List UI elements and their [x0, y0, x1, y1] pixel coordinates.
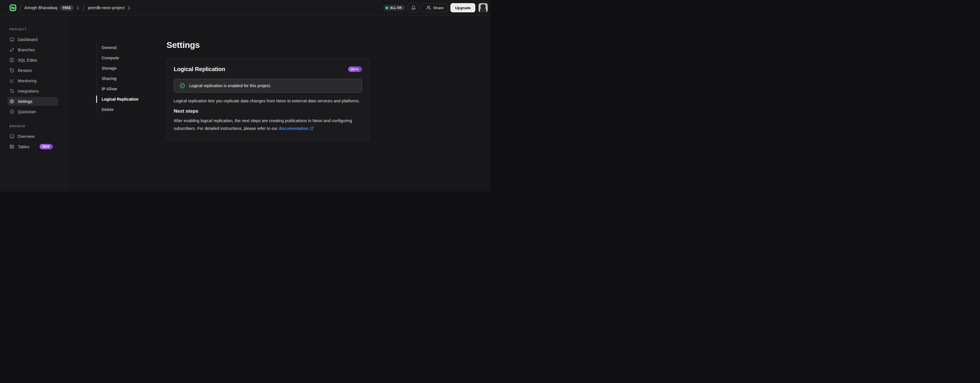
settings-nav-delete[interactable]: Delete	[97, 104, 138, 115]
sidebar-section-branch: BRANCH	[10, 124, 56, 128]
next-steps-paragraph: After enabling logical replication, the …	[173, 117, 361, 133]
project-name: peerdb-neon-project	[88, 5, 124, 10]
settings-nav-compute[interactable]: Compute	[97, 53, 138, 63]
sidebar-item-label: Branches	[18, 47, 35, 52]
topbar: Amogh Bharadwaj FREE peerdb-neon-project	[0, 0, 490, 16]
beta-badge: BETA	[348, 66, 362, 72]
sql-editor-icon	[10, 58, 14, 62]
card-header: Logical Replication BETA	[173, 65, 362, 73]
sidebar-item-dashboard[interactable]: Dashboard	[8, 35, 58, 44]
card-description: Logical replication lets you replicate d…	[173, 97, 361, 105]
sidebar-item-label: Integrations	[18, 89, 39, 93]
settings-nav-sharing[interactable]: Sharing	[97, 73, 138, 84]
user-avatar[interactable]	[479, 3, 488, 12]
sidebar-item-label: Restore	[18, 68, 32, 73]
sidebar-item-restore[interactable]: Restore	[8, 66, 58, 75]
chevron-up-down-icon[interactable]	[127, 6, 131, 10]
check-circle-icon	[180, 83, 185, 89]
settings-nav: General Compute Storage Sharing IP Allow…	[97, 43, 138, 115]
sidebar-item-overview[interactable]: Overview	[8, 132, 58, 141]
plan-badge: FREE	[60, 5, 73, 11]
upgrade-button[interactable]: Upgrade	[450, 3, 476, 12]
sidebar-item-label: Settings	[18, 99, 32, 104]
logical-replication-card: Logical Replication BETA Logical replica…	[167, 58, 369, 140]
sidebar-item-quickstart[interactable]: Quickstart	[8, 107, 58, 116]
sidebar-item-label: Overview	[18, 134, 35, 139]
topbar-actions: ALL OK Share Upgrade	[383, 3, 488, 12]
sidebar-item-sql-editor[interactable]: SQL Editor	[8, 55, 58, 65]
overview-icon	[10, 134, 14, 139]
sidebar-section-gap	[10, 117, 56, 124]
monitoring-icon	[10, 78, 14, 83]
sidebar-item-branches[interactable]: Branches	[8, 45, 58, 54]
bell-icon	[411, 5, 416, 10]
sidebar-item-label: Quickstart	[18, 109, 36, 114]
sidebar-item-monitoring[interactable]: Monitoring	[8, 76, 58, 85]
settings-nav-logical-replication[interactable]: Logical Replication	[97, 94, 138, 104]
neon-logo-icon[interactable]	[10, 4, 16, 11]
status-ok-dot	[385, 6, 388, 9]
breadcrumb-divider	[83, 4, 85, 11]
settings-nav-storage[interactable]: Storage	[97, 63, 138, 73]
status-label: ALL OK	[390, 6, 402, 9]
new-badge: NEW	[40, 144, 52, 149]
share-button[interactable]: Share	[422, 3, 448, 12]
neon-console-window: Amogh Bharadwaj FREE peerdb-neon-project	[0, 0, 490, 192]
documentation-link[interactable]: documentation	[279, 126, 309, 131]
card-title: Logical Replication	[173, 66, 225, 73]
org-selector[interactable]: Amogh Bharadwaj FREE	[24, 5, 80, 11]
branches-icon	[10, 47, 14, 52]
sidebar-item-label: SQL Editor	[18, 58, 37, 62]
main-content: General Compute Storage Sharing IP Allow…	[66, 16, 490, 192]
users-icon	[426, 5, 431, 10]
sidebar-item-label: Dashboard	[18, 37, 38, 42]
sidebar-item-settings[interactable]: Settings	[8, 97, 58, 106]
breadcrumb-divider	[19, 4, 22, 11]
sidebar-item-label: Tables	[18, 144, 29, 149]
sidebar-item-label: Monitoring	[18, 79, 37, 83]
alert-message: Logical replication is enabled for this …	[189, 84, 271, 88]
chevron-up-down-icon[interactable]	[76, 6, 80, 10]
external-link-icon[interactable]	[310, 125, 314, 133]
dashboard-icon	[10, 37, 14, 42]
status-badge[interactable]: ALL OK	[383, 5, 405, 11]
sidebar-item-tables[interactable]: Tables NEW	[8, 142, 58, 151]
settings-nav-ip-allow[interactable]: IP Allow	[97, 84, 138, 94]
settings-content: Settings Logical Replication BETA Logica…	[167, 16, 369, 140]
next-steps-title: Next steps	[173, 108, 362, 114]
share-label: Share	[433, 6, 444, 10]
page-title: Settings	[167, 40, 369, 50]
settings-nav-general[interactable]: General	[97, 43, 138, 53]
org-name: Amogh Bharadwaj	[24, 5, 58, 10]
restore-icon	[10, 68, 14, 73]
notifications-button[interactable]	[407, 3, 419, 12]
sidebar: PROJECT Dashboard Branches SQL Editor Re…	[0, 16, 66, 192]
integrations-icon	[10, 89, 14, 93]
breadcrumb: Amogh Bharadwaj FREE peerdb-neon-project	[10, 4, 383, 11]
sidebar-section-project: PROJECT	[10, 27, 56, 31]
check-circle-icon	[10, 109, 14, 114]
settings-gear-icon	[10, 99, 14, 104]
success-alert: Logical replication is enabled for this …	[173, 79, 362, 93]
sidebar-item-integrations[interactable]: Integrations	[8, 87, 58, 95]
next-steps-text: After enabling logical replication, the …	[173, 119, 352, 131]
tables-icon	[10, 144, 14, 149]
project-selector[interactable]: peerdb-neon-project	[88, 5, 131, 10]
